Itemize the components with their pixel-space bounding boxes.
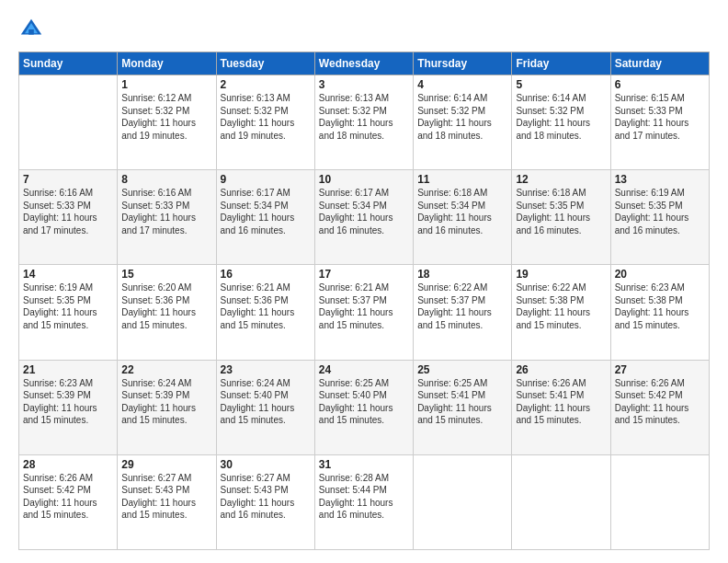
day-info: Sunrise: 6:27 AM Sunset: 5:43 PM Dayligh… <box>121 472 211 522</box>
day-info: Sunrise: 6:20 AM Sunset: 5:36 PM Dayligh… <box>121 282 211 331</box>
day-number: 19 <box>516 268 606 281</box>
day-number: 25 <box>417 363 507 376</box>
calendar-table: SundayMondayTuesdayWednesdayThursdayFrid… <box>18 52 710 550</box>
day-cell <box>19 75 118 170</box>
day-cell: 8Sunrise: 6:16 AM Sunset: 5:33 PM Daylig… <box>118 170 216 265</box>
day-cell: 3Sunrise: 6:13 AM Sunset: 5:32 PM Daylig… <box>314 75 413 170</box>
day-cell: 5Sunrise: 6:14 AM Sunset: 5:32 PM Daylig… <box>512 75 610 170</box>
day-info: Sunrise: 6:22 AM Sunset: 5:37 PM Dayligh… <box>417 282 507 331</box>
day-info: Sunrise: 6:18 AM Sunset: 5:34 PM Dayligh… <box>417 187 507 236</box>
day-number: 3 <box>319 78 409 91</box>
weekday-header-sunday: Sunday <box>19 52 118 75</box>
day-cell: 18Sunrise: 6:22 AM Sunset: 5:37 PM Dayli… <box>414 265 512 360</box>
day-info: Sunrise: 6:22 AM Sunset: 5:38 PM Dayligh… <box>516 282 606 331</box>
day-info: Sunrise: 6:13 AM Sunset: 5:32 PM Dayligh… <box>319 92 409 142</box>
day-cell: 10Sunrise: 6:17 AM Sunset: 5:34 PM Dayli… <box>314 170 413 265</box>
day-cell: 11Sunrise: 6:18 AM Sunset: 5:34 PM Dayli… <box>414 170 512 265</box>
day-cell: 23Sunrise: 6:24 AM Sunset: 5:40 PM Dayli… <box>216 360 314 454</box>
day-cell: 7Sunrise: 6:16 AM Sunset: 5:33 PM Daylig… <box>19 170 118 265</box>
week-row-2: 7Sunrise: 6:16 AM Sunset: 5:33 PM Daylig… <box>19 170 710 265</box>
day-cell: 4Sunrise: 6:14 AM Sunset: 5:32 PM Daylig… <box>414 75 512 170</box>
day-number: 22 <box>121 363 211 376</box>
day-cell: 16Sunrise: 6:21 AM Sunset: 5:36 PM Dayli… <box>216 265 314 360</box>
day-cell: 24Sunrise: 6:25 AM Sunset: 5:40 PM Dayli… <box>314 360 413 454</box>
day-cell: 19Sunrise: 6:22 AM Sunset: 5:38 PM Dayli… <box>512 265 610 360</box>
day-cell: 26Sunrise: 6:26 AM Sunset: 5:41 PM Dayli… <box>512 360 610 454</box>
day-cell: 28Sunrise: 6:26 AM Sunset: 5:42 PM Dayli… <box>19 454 118 549</box>
weekday-header-wednesday: Wednesday <box>314 52 413 75</box>
day-cell: 22Sunrise: 6:24 AM Sunset: 5:39 PM Dayli… <box>118 360 216 454</box>
day-info: Sunrise: 6:13 AM Sunset: 5:32 PM Dayligh… <box>221 92 311 142</box>
day-info: Sunrise: 6:14 AM Sunset: 5:32 PM Dayligh… <box>417 92 507 142</box>
day-number: 14 <box>23 268 113 281</box>
day-info: Sunrise: 6:24 AM Sunset: 5:39 PM Dayligh… <box>121 377 211 427</box>
day-cell: 21Sunrise: 6:23 AM Sunset: 5:39 PM Dayli… <box>19 360 118 454</box>
weekday-header-thursday: Thursday <box>414 52 512 75</box>
day-cell: 17Sunrise: 6:21 AM Sunset: 5:37 PM Dayli… <box>314 265 413 360</box>
day-cell: 13Sunrise: 6:19 AM Sunset: 5:35 PM Dayli… <box>610 170 709 265</box>
day-info: Sunrise: 6:17 AM Sunset: 5:34 PM Dayligh… <box>221 187 311 236</box>
day-info: Sunrise: 6:26 AM Sunset: 5:41 PM Dayligh… <box>516 377 606 427</box>
day-cell: 31Sunrise: 6:28 AM Sunset: 5:44 PM Dayli… <box>314 454 413 549</box>
day-number: 16 <box>221 268 311 281</box>
day-cell: 30Sunrise: 6:27 AM Sunset: 5:43 PM Dayli… <box>216 454 314 549</box>
day-cell <box>512 454 610 549</box>
calendar-body: 1Sunrise: 6:12 AM Sunset: 5:32 PM Daylig… <box>19 75 710 550</box>
weekday-header-tuesday: Tuesday <box>216 52 314 75</box>
day-number: 5 <box>516 78 606 91</box>
day-cell: 27Sunrise: 6:26 AM Sunset: 5:42 PM Dayli… <box>610 360 709 454</box>
weekday-header-friday: Friday <box>512 52 610 75</box>
day-cell: 6Sunrise: 6:15 AM Sunset: 5:33 PM Daylig… <box>610 75 709 170</box>
day-number: 2 <box>221 78 311 91</box>
day-cell <box>610 454 709 549</box>
day-number: 26 <box>516 363 606 376</box>
day-number: 6 <box>615 78 705 91</box>
day-info: Sunrise: 6:17 AM Sunset: 5:34 PM Dayligh… <box>319 187 409 236</box>
day-info: Sunrise: 6:16 AM Sunset: 5:33 PM Dayligh… <box>23 187 113 236</box>
logo <box>18 17 46 42</box>
week-row-3: 14Sunrise: 6:19 AM Sunset: 5:35 PM Dayli… <box>19 265 710 360</box>
day-info: Sunrise: 6:16 AM Sunset: 5:33 PM Dayligh… <box>121 187 211 236</box>
day-info: Sunrise: 6:21 AM Sunset: 5:37 PM Dayligh… <box>319 282 409 331</box>
header <box>18 17 710 42</box>
day-number: 31 <box>319 458 409 471</box>
day-number: 7 <box>23 173 113 186</box>
day-cell: 25Sunrise: 6:25 AM Sunset: 5:41 PM Dayli… <box>414 360 512 454</box>
day-info: Sunrise: 6:19 AM Sunset: 5:35 PM Dayligh… <box>23 282 113 331</box>
day-info: Sunrise: 6:26 AM Sunset: 5:42 PM Dayligh… <box>23 472 113 522</box>
day-cell: 9Sunrise: 6:17 AM Sunset: 5:34 PM Daylig… <box>216 170 314 265</box>
day-number: 18 <box>417 268 507 281</box>
day-number: 29 <box>121 458 211 471</box>
week-row-5: 28Sunrise: 6:26 AM Sunset: 5:42 PM Dayli… <box>19 454 710 549</box>
day-number: 10 <box>319 173 409 186</box>
weekday-header-saturday: Saturday <box>610 52 709 75</box>
day-cell: 15Sunrise: 6:20 AM Sunset: 5:36 PM Dayli… <box>118 265 216 360</box>
day-cell: 12Sunrise: 6:18 AM Sunset: 5:35 PM Dayli… <box>512 170 610 265</box>
day-number: 17 <box>319 268 409 281</box>
day-number: 27 <box>615 363 705 376</box>
day-info: Sunrise: 6:23 AM Sunset: 5:38 PM Dayligh… <box>615 282 705 331</box>
day-cell: 14Sunrise: 6:19 AM Sunset: 5:35 PM Dayli… <box>19 265 118 360</box>
weekday-header-monday: Monday <box>118 52 216 75</box>
day-number: 20 <box>615 268 705 281</box>
day-cell: 20Sunrise: 6:23 AM Sunset: 5:38 PM Dayli… <box>610 265 709 360</box>
day-info: Sunrise: 6:19 AM Sunset: 5:35 PM Dayligh… <box>615 187 705 236</box>
day-cell: 29Sunrise: 6:27 AM Sunset: 5:43 PM Dayli… <box>118 454 216 549</box>
day-number: 24 <box>319 363 409 376</box>
day-info: Sunrise: 6:27 AM Sunset: 5:43 PM Dayligh… <box>221 472 311 522</box>
day-number: 4 <box>417 78 507 91</box>
day-info: Sunrise: 6:25 AM Sunset: 5:41 PM Dayligh… <box>417 377 507 427</box>
day-info: Sunrise: 6:25 AM Sunset: 5:40 PM Dayligh… <box>319 377 409 427</box>
day-info: Sunrise: 6:14 AM Sunset: 5:32 PM Dayligh… <box>516 92 606 142</box>
day-info: Sunrise: 6:26 AM Sunset: 5:42 PM Dayligh… <box>615 377 705 427</box>
day-number: 30 <box>221 458 311 471</box>
day-info: Sunrise: 6:15 AM Sunset: 5:33 PM Dayligh… <box>615 92 705 142</box>
day-number: 15 <box>121 268 211 281</box>
day-cell: 2Sunrise: 6:13 AM Sunset: 5:32 PM Daylig… <box>216 75 314 170</box>
day-info: Sunrise: 6:12 AM Sunset: 5:32 PM Dayligh… <box>121 92 211 142</box>
day-number: 21 <box>23 363 113 376</box>
day-info: Sunrise: 6:21 AM Sunset: 5:36 PM Dayligh… <box>221 282 311 331</box>
day-cell <box>414 454 512 549</box>
day-number: 1 <box>121 78 211 91</box>
calendar-header: SundayMondayTuesdayWednesdayThursdayFrid… <box>19 52 710 75</box>
